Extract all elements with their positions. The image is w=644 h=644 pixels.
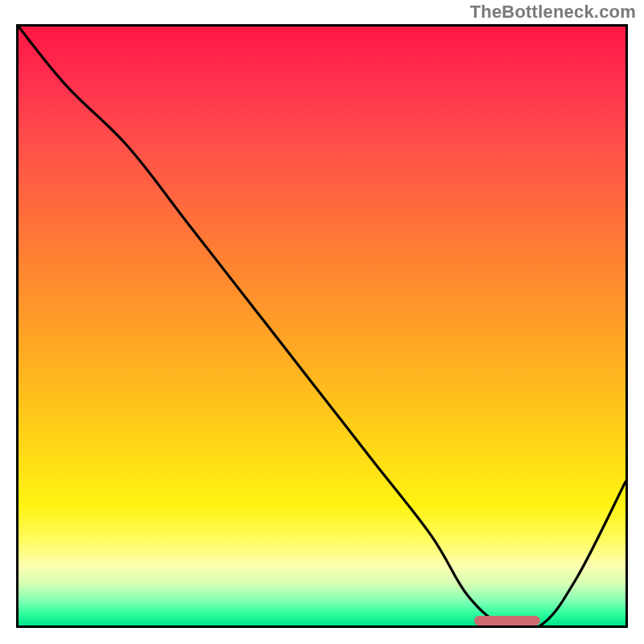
watermark-text: TheBottleneck.com: [470, 2, 636, 23]
chart-line-layer: [19, 27, 625, 625]
chart-plot-area: [16, 24, 628, 628]
optimal-range-marker: [474, 616, 541, 625]
bottleneck-curve-path: [19, 27, 625, 625]
